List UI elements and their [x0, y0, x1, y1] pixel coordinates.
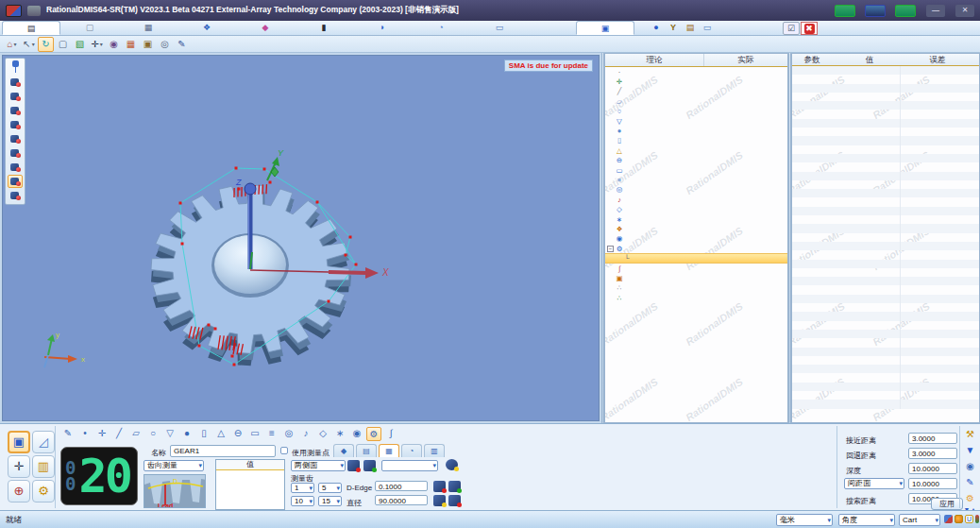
tree-item-平行平面[interactable]: ≡ — [605, 175, 787, 184]
probe-build-icon[interactable]: ▼ — [963, 444, 977, 457]
minimize-button[interactable]: — — [926, 5, 945, 17]
probe-mode-button-7[interactable] — [8, 161, 23, 174]
tree-header-actual[interactable]: 实际 — [704, 54, 787, 66]
tree-item-CAD模型[interactable]: ▣ — [605, 273, 787, 282]
fit-view-button[interactable]: ▧ — [72, 37, 88, 52]
probe-setup-button[interactable]: ✛ — [8, 455, 30, 478]
line-icon[interactable]: ╱ — [111, 427, 127, 441]
basket-icon[interactable]: ▤ — [682, 22, 699, 35]
tree-item-椭圆[interactable]: ⊖ — [605, 156, 787, 165]
tree-item-点[interactable]: · — [605, 67, 787, 77]
home-button[interactable]: ⌂▾ — [4, 37, 20, 52]
visibility-button[interactable]: ◉ — [106, 37, 122, 52]
tree-item-选中的点云[interactable]: ∴ — [605, 293, 787, 302]
camshaft-icon[interactable]: ◉ — [349, 427, 364, 441]
units-select[interactable]: 毫米 — [776, 514, 833, 526]
tree-item-曲线[interactable]: ♪ — [605, 195, 787, 204]
round-slot-icon[interactable]: ▽ — [162, 427, 177, 441]
tooth-select-1[interactable]: 1 — [291, 483, 314, 493]
arc-tab[interactable]: ◔ — [401, 444, 422, 457]
surface-icon[interactable]: ◇ — [315, 427, 330, 441]
sphere-icon[interactable]: ● — [179, 427, 194, 441]
person-tab[interactable]: ▮ — [295, 21, 353, 35]
pin-icon[interactable] — [11, 60, 20, 73]
keyway-icon[interactable]: ▭ — [247, 427, 262, 441]
tree-item-球[interactable]: ● — [605, 126, 787, 135]
prop-row-齿…[interactable] — [792, 207, 979, 215]
tooth-select-3[interactable]: 10 — [291, 496, 314, 506]
tree-item-正多边形[interactable]: ∗ — [605, 214, 787, 224]
tree-item-圆[interactable]: ○ — [605, 107, 787, 116]
tree-item-齿轮[interactable]: −⚙ — [605, 244, 787, 253]
parallel-planes-icon[interactable]: ≡ — [264, 427, 279, 441]
report-tab[interactable]: ▤ — [2, 21, 60, 35]
disc-tab[interactable]: ◗ — [353, 21, 412, 35]
probe-mode-button-4[interactable] — [8, 118, 23, 131]
tooth-select-4[interactable]: 15 — [318, 496, 342, 506]
prop-row-装…[interactable] — [792, 119, 979, 128]
prop-row-齿…[interactable] — [792, 110, 979, 118]
render-mode-button[interactable]: ▦ — [123, 37, 139, 52]
probe-button[interactable]: ✛▾ — [89, 37, 105, 52]
tree-header-theoretical[interactable]: 理论 — [605, 54, 704, 66]
probe-select[interactable] — [381, 460, 438, 471]
prop-row-齿宽[interactable] — [792, 128, 979, 136]
prop-row-齿…[interactable] — [792, 101, 979, 110]
boundary-point-icon[interactable]: ✛ — [94, 427, 110, 441]
tree-item-圆槽[interactable]: ▽ — [605, 116, 787, 126]
machine-button[interactable]: ▣ — [8, 431, 30, 453]
diameter-input[interactable]: 90.0000 — [375, 495, 428, 505]
edit-path-icon[interactable] — [448, 481, 461, 492]
use-measure-points-checkbox[interactable] — [280, 447, 288, 454]
probe-y-icon[interactable] — [363, 460, 376, 471]
probe-mode-button-8[interactable] — [8, 175, 23, 188]
angle-select[interactable]: 角度 — [838, 514, 895, 526]
auto-probe-icon[interactable]: ✎ — [60, 427, 76, 441]
fixture-button[interactable]: ▥ — [32, 455, 55, 478]
value-list[interactable]: 值 — [215, 459, 285, 510]
prop-row-压…[interactable] — [792, 145, 979, 154]
prop-row-等级[interactable] — [792, 180, 979, 189]
strategy-tab[interactable]: ▦ — [379, 444, 399, 457]
probe-mode-button-1[interactable] — [8, 76, 23, 89]
filter-icon[interactable]: Y — [665, 22, 682, 35]
prop-row-变…[interactable] — [792, 154, 979, 162]
spacing-input[interactable]: 10.0000 — [908, 478, 957, 489]
prop-row-螺…[interactable] — [792, 84, 979, 93]
apply-button[interactable]: 应用 — [931, 498, 963, 510]
grid-status-icon[interactable] — [944, 515, 953, 523]
probe-t-icon[interactable] — [347, 460, 360, 471]
depth-input[interactable]: 10.0000 — [908, 463, 957, 474]
select-cursor-button[interactable]: ↖▾ — [21, 37, 37, 52]
snapshot-button[interactable]: ▣ — [140, 37, 156, 52]
cone-icon[interactable]: △ — [213, 427, 228, 441]
error-column-header[interactable]: 误差 — [907, 54, 968, 65]
controller-icon[interactable] — [895, 5, 916, 17]
machine-connection-icon[interactable] — [975, 515, 979, 523]
record-status-icon[interactable] — [955, 515, 963, 523]
dedge-input[interactable]: 0.1000 — [375, 481, 428, 491]
pipe-icon[interactable]: ∫ — [383, 427, 398, 441]
circle-icon[interactable]: ○ — [145, 427, 161, 441]
tree-item-边界点[interactable]: ✛ — [605, 77, 787, 86]
name-input[interactable]: GEAR1 — [170, 445, 276, 457]
pen-icon[interactable]: ✎ — [963, 476, 977, 489]
edge-tool-icon[interactable] — [433, 481, 446, 492]
joystick-icon[interactable] — [835, 5, 855, 17]
probe-path-tab[interactable]: ◆ — [333, 444, 354, 457]
zoom-window-button[interactable]: ▢ — [55, 37, 71, 52]
param-column-header[interactable]: 参数 — [792, 54, 832, 65]
prop-row-齿…[interactable] — [792, 75, 979, 83]
tab-model[interactable]: ▣ — [576, 21, 634, 35]
prop-row-模数[interactable] — [792, 136, 979, 145]
scan-tab[interactable]: ▤ — [356, 444, 377, 457]
expand-box[interactable]: − — [607, 246, 614, 252]
plane-icon[interactable]: ▱ — [128, 427, 144, 441]
value-column-header[interactable]: 值 — [832, 54, 907, 65]
u-status-icon[interactable]: U — [965, 515, 973, 523]
document-tab[interactable]: ▢ — [60, 21, 119, 35]
measure-button[interactable]: ✎ — [174, 37, 190, 52]
refresh-icon[interactable] — [446, 459, 458, 470]
probe-mode-button-9[interactable] — [8, 189, 23, 202]
tree-item-圆环[interactable]: ◎ — [605, 185, 787, 195]
